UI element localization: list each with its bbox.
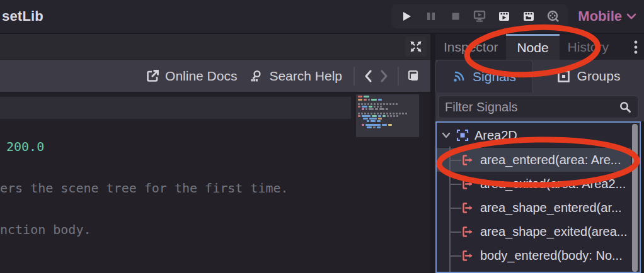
signal-label: area_shape_exited(area...	[480, 225, 628, 239]
tree-item-area2d[interactable]: Area2D	[437, 123, 640, 148]
tree-scrollbar[interactable]	[632, 124, 638, 272]
signal-out-icon	[461, 201, 474, 214]
dock-tab-bar: Inspector Node History	[435, 34, 644, 60]
play-custom-scene-button[interactable]	[519, 7, 538, 26]
code-editor[interactable]: 200.0ers the scene tree for the first ti…	[0, 92, 430, 273]
signal-broadcast-icon	[452, 70, 466, 83]
minimap-line	[362, 108, 388, 110]
search-help-label: Search Help	[269, 69, 342, 84]
distraction-free-button[interactable]	[405, 36, 427, 57]
chevron-down-icon[interactable]	[442, 132, 451, 138]
minimap-line	[358, 113, 407, 114]
tree-item-label: Area2D	[474, 128, 517, 143]
pause-button[interactable]	[422, 7, 440, 26]
tab-history[interactable]: History	[560, 34, 617, 60]
minimap-line	[367, 120, 381, 122]
signal-out-icon	[461, 153, 474, 167]
tree-item-signal[interactable]: area_exited(area: Area2...	[437, 172, 640, 196]
signal-out-icon	[461, 177, 474, 191]
dock-menu-button[interactable]	[628, 34, 644, 60]
online-docs-button[interactable]: Online Docs	[140, 69, 243, 84]
minimap-line	[358, 103, 398, 105]
floating-window-icon	[406, 69, 420, 83]
play-scene-button[interactable]	[495, 7, 514, 26]
renderer-dropdown[interactable]: Mobile	[578, 8, 636, 25]
current-line-highlight	[0, 97, 351, 119]
minimap-line	[358, 99, 382, 101]
group-icon	[557, 70, 570, 83]
node-dock-subtabs: Signals Groups	[435, 60, 644, 92]
renderer-label: Mobile	[578, 8, 622, 25]
play-remote-debug-button[interactable]	[470, 7, 489, 26]
code-minimap[interactable]	[356, 94, 419, 137]
area2d-icon	[456, 128, 469, 142]
history-back-button[interactable]	[360, 70, 376, 82]
script-editor-toolbar: Online Docs Search Help	[0, 60, 430, 92]
tree-item-signal[interactable]: area_shape_entered(ar...	[437, 196, 640, 220]
search-help-button[interactable]: Search Help	[243, 69, 348, 84]
code-line: nction body.	[0, 222, 91, 237]
stop-button[interactable]	[446, 7, 465, 26]
minimap-line	[362, 124, 392, 126]
minimap-line	[363, 118, 382, 120]
assetlib-tab-label[interactable]: setLib	[2, 8, 43, 25]
signals-tree: Area2D area_entered(area: Are... area_ex…	[435, 121, 641, 273]
script-editor-pane: Online Docs Search Help	[0, 34, 430, 273]
toolbar-separator	[354, 67, 355, 86]
search-icon	[619, 101, 631, 113]
tab-signals[interactable]: Signals	[435, 60, 533, 92]
chevron-down-icon	[626, 13, 636, 20]
signal-label: area_shape_entered(ar...	[480, 201, 622, 215]
doc-search-icon	[250, 69, 263, 83]
expand-icon	[409, 40, 423, 53]
main-area: Online Docs Search Help	[0, 34, 644, 273]
history-forward-button[interactable]	[376, 70, 393, 82]
toolbar-separator	[398, 67, 399, 86]
signal-label: body_entered(body: No...	[480, 248, 623, 263]
godot-editor-window: setLib Mobile	[0, 0, 644, 273]
signal-label: area_exited(area: Area2...	[480, 177, 626, 191]
signal-label: area_entered(area: Are...	[480, 153, 621, 167]
right-dock: Inspector Node History Signals	[435, 34, 644, 273]
dock-split-handle[interactable]	[430, 34, 435, 273]
tab-node[interactable]: Node	[506, 34, 559, 60]
run-bar	[391, 4, 568, 28]
minimap-line	[358, 106, 382, 108]
online-docs-label: Online Docs	[165, 69, 237, 84]
make-floating-button[interactable]	[404, 69, 423, 83]
tree-item-signal[interactable]: area_entered(area: Are...	[437, 148, 631, 172]
filter-signals-input[interactable]	[438, 96, 638, 118]
code-line: ers the scene tree for the first time.	[0, 181, 289, 196]
tree-item-signal[interactable]: body_entered(body: No...	[437, 243, 640, 267]
minimap-line	[358, 96, 369, 98]
minimap-line	[367, 126, 381, 128]
tab-inspector[interactable]: Inspector	[435, 34, 506, 60]
tab-groups[interactable]: Groups	[533, 60, 644, 92]
movie-maker-mode-button[interactable]	[544, 7, 563, 26]
signal-out-icon	[461, 225, 474, 238]
minimap-line	[358, 115, 398, 117]
play-button[interactable]	[397, 7, 416, 26]
top-bar: setLib Mobile	[0, 0, 644, 34]
filter-bar	[435, 92, 644, 121]
signals-tab-label: Signals	[473, 69, 516, 84]
external-link-icon	[146, 69, 159, 82]
groups-tab-label: Groups	[577, 69, 621, 84]
script-tab-band	[0, 34, 430, 60]
signal-out-icon	[461, 249, 474, 262]
tree-item-signal[interactable]: area_shape_exited(area...	[437, 220, 640, 243]
code-line: 200.0	[6, 139, 44, 154]
